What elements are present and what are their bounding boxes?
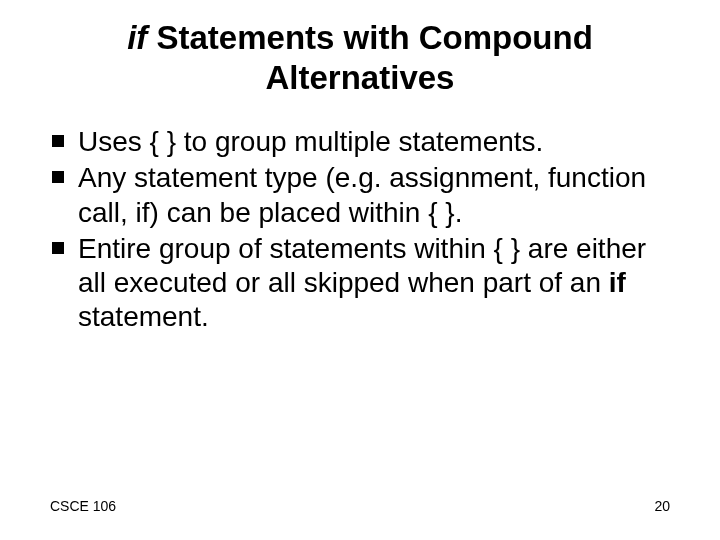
- bullet-text-bold: if: [609, 267, 626, 298]
- title-rest: Statements with Compound Alternatives: [147, 19, 593, 96]
- title-italic-prefix: if: [127, 19, 147, 56]
- bullet-text: Any statement type (e.g. assignment, fun…: [78, 162, 646, 227]
- slide-footer: CSCE 106 20: [50, 498, 670, 514]
- slide: if Statements with Compound Alternatives…: [0, 0, 720, 540]
- list-item: Entire group of statements within { } ar…: [50, 232, 670, 334]
- bullet-text: Uses { } to group multiple statements.: [78, 126, 543, 157]
- bullet-list: Uses { } to group multiple statements. A…: [50, 125, 670, 334]
- bullet-text-pre: Entire group of statements within { } ar…: [78, 233, 646, 298]
- list-item: Uses { } to group multiple statements.: [50, 125, 670, 159]
- slide-title: if Statements with Compound Alternatives: [50, 18, 670, 97]
- footer-left: CSCE 106: [50, 498, 116, 514]
- footer-right: 20: [654, 498, 670, 514]
- list-item: Any statement type (e.g. assignment, fun…: [50, 161, 670, 229]
- bullet-text-post: statement.: [78, 301, 209, 332]
